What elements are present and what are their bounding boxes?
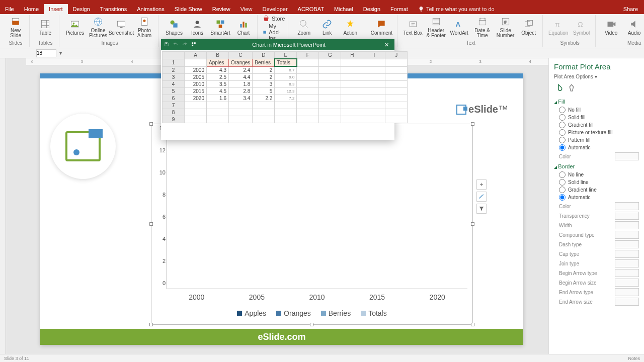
thumbnails-pane[interactable] (0, 58, 6, 354)
chart-elements-button[interactable]: + (476, 179, 487, 190)
screenshot-button[interactable]: Screenshot (111, 19, 132, 36)
link-button[interactable]: Link (316, 19, 338, 36)
fill-color-picker[interactable] (615, 152, 639, 160)
wordart-button[interactable]: AWordArt (449, 19, 470, 36)
plot-area[interactable]: 02468101214 (167, 134, 467, 289)
icons-button[interactable]: Icons (187, 19, 208, 36)
legend-apples[interactable]: Apples (237, 309, 266, 317)
format-panel: Format Plot Area Plot Area Options ▾ Fil… (548, 58, 644, 354)
svg-rect-11 (173, 23, 177, 27)
svg-rect-37 (194, 42, 196, 44)
font-size-input[interactable] (36, 49, 56, 57)
svg-rect-13 (217, 21, 220, 24)
edit-data-icon[interactable] (191, 42, 196, 48)
border-color-picker[interactable] (615, 202, 639, 210)
no-line-radio[interactable]: No line (559, 171, 639, 178)
auto-line-radio[interactable]: Automatic (559, 194, 639, 201)
online-pictures-button[interactable]: Online Pictures (88, 16, 109, 38)
logo-circle (50, 114, 116, 179)
begin-arrow-picker[interactable] (615, 269, 639, 277)
tab-format[interactable]: Format (385, 4, 413, 14)
begin-size-picker[interactable] (615, 279, 639, 287)
redo-icon[interactable] (182, 42, 187, 48)
tab-review[interactable]: Review (207, 4, 235, 14)
svg-point-4 (73, 23, 74, 24)
my-addins-button[interactable]: My Add-ins (263, 23, 285, 41)
new-slide-button[interactable]: New Slide (5, 16, 26, 38)
svg-rect-34 (166, 43, 167, 44)
comment-button[interactable]: Comment (371, 19, 392, 36)
audio-button[interactable]: Audio (624, 19, 644, 36)
equation-button[interactable]: πEquation (548, 19, 569, 36)
svg-rect-15 (219, 25, 222, 28)
tab-view[interactable]: View (235, 4, 258, 14)
pictures-button[interactable]: Pictures (64, 19, 86, 36)
store-button[interactable]: Store (263, 15, 285, 22)
auto-fill-radio[interactable]: Automatic (559, 144, 639, 151)
photo-album-button[interactable]: Photo Album (134, 16, 155, 38)
tab-design[interactable]: Design (68, 4, 95, 14)
header-footer-button[interactable]: Header & Footer (426, 16, 447, 38)
solid-fill-radio[interactable]: Solid fill (559, 114, 639, 121)
gradient-fill-radio[interactable]: Gradient fill (559, 122, 639, 128)
chart-datasheet[interactable]: Chart in Microsoft PowerPoint ✕ ABCDEFGH… (161, 39, 394, 140)
tab-acrobat[interactable]: ACROBAT (293, 4, 329, 14)
transparency-input[interactable] (615, 212, 639, 220)
border-section[interactable]: Border (554, 163, 639, 169)
effects-icon[interactable] (567, 83, 576, 94)
tab-design2[interactable]: Design (358, 4, 385, 14)
object-button[interactable]: Object (518, 19, 539, 36)
chart-button[interactable]: Chart (233, 19, 254, 36)
chart-filters-button[interactable] (476, 204, 487, 214)
no-fill-radio[interactable]: No fill (559, 107, 639, 113)
date-time-button[interactable]: Date & Time (472, 16, 493, 38)
save-icon[interactable] (164, 42, 169, 48)
compound-picker[interactable] (615, 231, 639, 239)
fill-line-icon[interactable] (554, 83, 563, 94)
solid-line-radio[interactable]: Solid line (559, 179, 639, 186)
join-picker[interactable] (615, 259, 639, 267)
fill-section[interactable]: Fill (554, 99, 639, 105)
picture-fill-radio[interactable]: Picture or texture fill (559, 129, 639, 136)
undo-icon[interactable] (173, 42, 178, 48)
tab-transitions[interactable]: Transitions (95, 4, 132, 14)
width-input[interactable] (615, 221, 639, 229)
pattern-fill-radio[interactable]: Pattern fill (559, 137, 639, 143)
tell-me[interactable]: Tell me what you want to do (418, 6, 495, 12)
legend-oranges[interactable]: Oranges (276, 309, 311, 317)
tab-insert[interactable]: Insert (44, 4, 68, 14)
cap-picker[interactable] (615, 250, 639, 258)
tab-developer[interactable]: Developer (257, 4, 292, 14)
smartart-button[interactable]: SmartArt (210, 19, 231, 36)
tab-michael[interactable]: Michael (329, 4, 358, 14)
notes-button[interactable]: Notes (628, 356, 640, 361)
share-button[interactable]: Share (623, 6, 638, 12)
svg-rect-14 (221, 21, 224, 24)
video-button[interactable]: Video (601, 19, 622, 36)
gradient-line-radio[interactable]: Gradient line (559, 187, 639, 193)
table-button[interactable]: Table (35, 19, 56, 36)
svg-rect-36 (192, 45, 193, 46)
tab-home[interactable]: Home (19, 4, 44, 14)
action-button[interactable]: Action (340, 19, 361, 36)
tab-file[interactable]: File (0, 4, 19, 14)
close-button[interactable]: ✕ (381, 42, 391, 48)
svg-rect-16 (240, 24, 242, 28)
end-arrow-picker[interactable] (615, 288, 639, 296)
chart[interactable]: 02468101214 20002005201020152020 ApplesO… (151, 124, 473, 325)
slide-number-button[interactable]: #Slide Number (495, 16, 516, 38)
tab-animations[interactable]: Animations (132, 4, 169, 14)
tab-slideshow[interactable]: Slide Show (170, 4, 207, 14)
dash-picker[interactable] (615, 240, 639, 248)
end-size-picker[interactable] (615, 298, 639, 306)
zoom-button[interactable]: Zoom (293, 19, 314, 36)
slide-indicator: Slide 3 of 11 (4, 356, 29, 361)
symbol-button[interactable]: ΩSymbol (571, 19, 592, 36)
chart-styles-button[interactable] (476, 192, 487, 202)
text-box-button[interactable]: Text Box (403, 19, 424, 36)
shapes-button[interactable]: Shapes (164, 19, 185, 36)
svg-marker-38 (570, 84, 574, 91)
legend-totals[interactable]: Totals (361, 309, 387, 317)
legend-berries[interactable]: Berries (321, 309, 351, 317)
plot-area-options[interactable]: Plot Area Options ▾ (554, 74, 639, 79)
